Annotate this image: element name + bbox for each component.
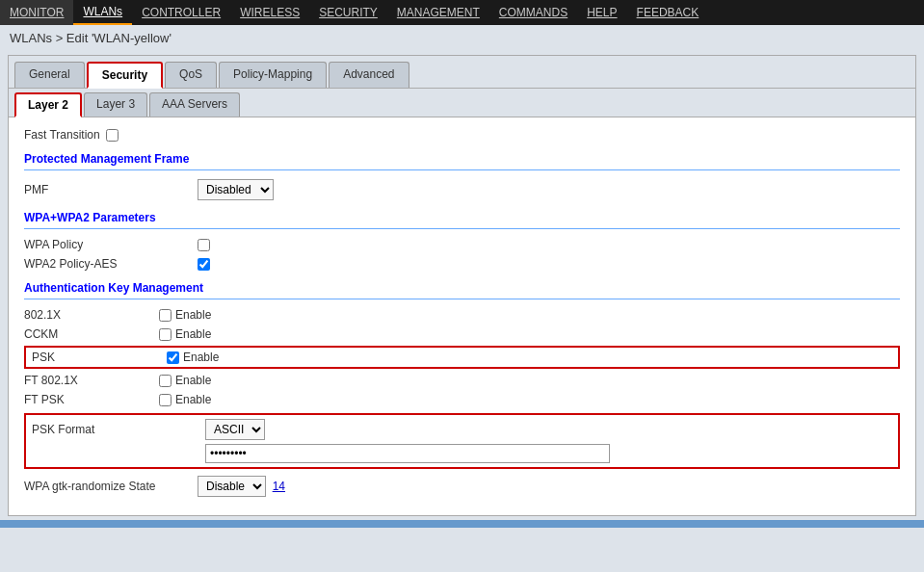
auth-cckm-row: CCKM Enable [24, 325, 900, 344]
fast-transition-row: Fast Transition [24, 125, 900, 144]
tab-security[interactable]: Security [87, 62, 163, 89]
pmf-section-header: Protected Management Frame [24, 152, 900, 166]
auth-8021x-row: 802.1X Enable [24, 305, 900, 325]
nav-help[interactable]: HELP [577, 0, 626, 25]
pmf-row: PMF Disabled Optional Required [24, 176, 900, 203]
auth-ft8021x-enable-label: Enable [175, 374, 211, 387]
auth-ft8021x-label: FT 802.1X [24, 374, 159, 387]
nav-commands[interactable]: COMMANDS [489, 0, 577, 25]
nav-wlans[interactable]: WLANs [73, 0, 132, 25]
nav-security[interactable]: SECURITY [309, 0, 387, 25]
nav-monitor[interactable]: MONITOR [0, 0, 73, 25]
nav-controller[interactable]: CONTROLLER [132, 0, 230, 25]
auth-key-section-header: Authentication Key Management [24, 281, 900, 295]
auth-psk-enable-label: Enable [183, 351, 219, 364]
auth-ftpsk-label: FT PSK [24, 393, 159, 406]
psk-password-input[interactable] [205, 444, 610, 463]
wpa-policy-label: WPA Policy [24, 238, 198, 251]
auth-ftpsk-row: FT PSK Enable [24, 390, 900, 409]
tab-policy-mapping[interactable]: Policy-Mapping [219, 62, 327, 88]
subtab-aaa-servers[interactable]: AAA Servers [149, 92, 240, 117]
psk-format-label: PSK Format [32, 423, 205, 436]
wpa-divider [24, 228, 900, 229]
form-area: Fast Transition Protected Management Fra… [9, 117, 915, 515]
auth-cckm-checkbox[interactable] [159, 328, 172, 341]
auth-ftpsk-enable-label: Enable [175, 393, 211, 406]
pmf-label: PMF [24, 183, 198, 196]
subtab-layer2[interactable]: Layer 2 [14, 92, 82, 117]
auth-key-divider [24, 299, 900, 299]
gtk-label: WPA gtk-randomize State [24, 480, 198, 493]
fast-transition-label: Fast Transition [24, 128, 100, 142]
psk-format-row: PSK Format ASCII HEX [32, 419, 892, 440]
fast-transition-checkbox[interactable] [106, 129, 119, 142]
subtab-layer3[interactable]: Layer 3 [84, 92, 147, 117]
breadcrumb: WLANs > Edit 'WLAN-yellow' [0, 25, 924, 51]
auth-ft8021x-row: FT 802.1X Enable [24, 371, 900, 390]
gtk-link[interactable]: 14 [273, 480, 285, 493]
auth-ftpsk-checkbox[interactable] [159, 394, 172, 406]
bottom-bar [0, 520, 924, 528]
psk-password-row [32, 444, 892, 463]
auth-8021x-checkbox[interactable] [159, 309, 172, 322]
gtk-select[interactable]: Disable Enable [198, 476, 266, 497]
auth-ft8021x-checkbox[interactable] [159, 375, 172, 387]
wpa-policy-checkbox[interactable] [198, 239, 210, 251]
auth-cckm-enable-label: Enable [175, 327, 211, 341]
auth-psk-row: PSK Enable [24, 346, 900, 369]
wpa-policy-row: WPA Policy [24, 235, 900, 254]
tab-general[interactable]: General [14, 62, 85, 88]
tabs-row: General Security QoS Policy-Mapping Adva… [9, 56, 915, 89]
tab-qos[interactable]: QoS [165, 62, 217, 88]
pmf-divider [24, 169, 900, 170]
wpa2-policy-checkbox[interactable] [198, 258, 210, 271]
nav-management[interactable]: MANAGEMENT [387, 0, 489, 25]
main-content: General Security QoS Policy-Mapping Adva… [8, 55, 916, 516]
psk-format-section: PSK Format ASCII HEX [24, 413, 900, 469]
psk-format-select[interactable]: ASCII HEX [205, 419, 265, 440]
wpa-section-header: WPA+WPA2 Parameters [24, 211, 900, 224]
tab-advanced[interactable]: Advanced [329, 62, 409, 88]
nav-wireless[interactable]: WIRELESS [230, 0, 309, 25]
auth-psk-checkbox[interactable] [167, 351, 179, 364]
top-navigation: MONITOR WLANs CONTROLLER WIRELESS SECURI… [0, 0, 924, 25]
wpa2-policy-label: WPA2 Policy-AES [24, 257, 198, 271]
auth-cckm-label: CCKM [24, 327, 159, 341]
auth-8021x-enable-label: Enable [175, 308, 211, 322]
gtk-row: WPA gtk-randomize State Disable Enable 1… [24, 473, 900, 500]
wpa2-policy-row: WPA2 Policy-AES [24, 254, 900, 273]
pmf-select[interactable]: Disabled Optional Required [198, 179, 274, 200]
nav-feedback[interactable]: FEEDBACK [627, 0, 709, 25]
subtabs-row: Layer 2 Layer 3 AAA Servers [9, 89, 915, 117]
auth-psk-label: PSK [32, 351, 167, 364]
auth-8021x-label: 802.1X [24, 308, 159, 322]
